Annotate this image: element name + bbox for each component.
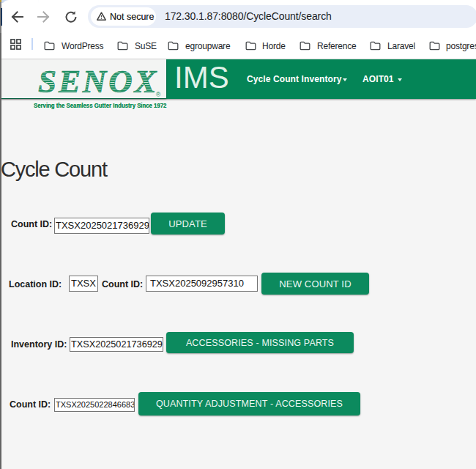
svg-text:®: ®	[156, 91, 161, 98]
svg-text:SENOX: SENOX	[38, 63, 157, 100]
